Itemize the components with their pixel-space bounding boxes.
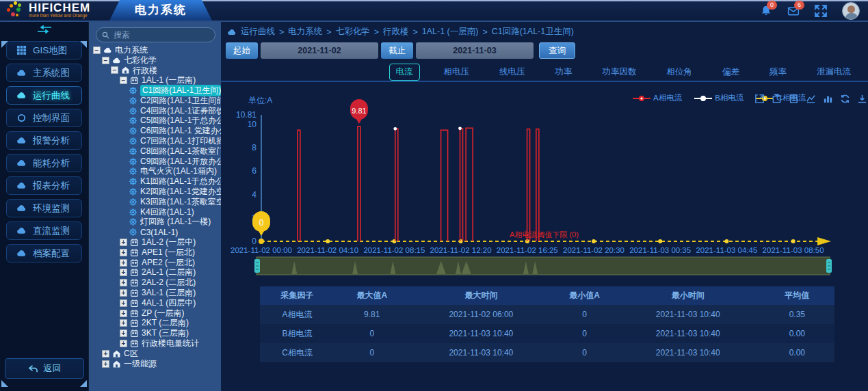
expand-icon[interactable]: + xyxy=(120,319,127,327)
tree-node[interactable]: C3(1AL-1) xyxy=(89,227,221,237)
start-date-field[interactable]: 2021-11-02 xyxy=(261,42,378,59)
breadcrumb-item[interactable]: 七彩化学 xyxy=(336,26,370,38)
tree-node[interactable]: +行政楼电量统计 xyxy=(89,338,221,349)
tree-node[interactable]: −电力系统 xyxy=(89,45,221,55)
tree-node[interactable]: +3AL-1 (三层南) xyxy=(89,288,221,298)
back-button[interactable]: 返回 xyxy=(5,358,84,379)
expand-icon[interactable]: + xyxy=(102,350,109,358)
tree-node[interactable]: C4回路(1AL-1证券部饮水 xyxy=(89,106,221,116)
tree-node[interactable]: C8回路(1AL-1茶歇室门前 xyxy=(89,146,221,157)
tree-node[interactable]: K2回路(1AL-1党建办空调 xyxy=(89,187,221,197)
table-row[interactable]: A相电流9.812021-11-02 06:0002021-11-03 10:4… xyxy=(260,305,834,324)
tree-node[interactable]: +2AL-1 (二层南) xyxy=(89,268,221,278)
tree-node[interactable]: C9回路(1AL-1开放办公室 xyxy=(89,157,221,167)
tree-node[interactable]: C6回路(1AL-1 党建办公室 xyxy=(89,126,221,136)
mail-icon[interactable]: 6 xyxy=(787,5,800,17)
series-a-spike xyxy=(298,130,300,241)
tree-search-input[interactable] xyxy=(114,30,202,40)
breadcrumb-item[interactable]: 电力系统 xyxy=(288,26,322,38)
datazoom-slider[interactable] xyxy=(257,257,830,275)
marker-value: 9.81 xyxy=(352,107,366,115)
table-row[interactable]: B相电流02021-11-03 10:4002021-11-03 10:400.… xyxy=(260,324,834,343)
tree-node[interactable]: +APE2 (一层北) xyxy=(89,258,221,268)
expand-icon[interactable]: + xyxy=(120,299,127,307)
tree-node[interactable]: C2回路(1AL-1卫生间前室 xyxy=(89,96,221,106)
sidebar-item-报表分析[interactable]: 报表分析 xyxy=(6,176,82,195)
tree-node[interactable]: +APE1 (一层北) xyxy=(89,247,221,258)
tree-node[interactable]: +3KT (三层南) xyxy=(89,328,221,338)
sidebar-item-报警分析[interactable]: 报警分析 xyxy=(6,131,82,150)
tree-node[interactable]: +一级能源 xyxy=(89,359,221,369)
expand-icon[interactable]: + xyxy=(102,360,109,368)
collapse-icon[interactable]: − xyxy=(111,66,118,74)
breadcrumb-item[interactable]: 行政楼 xyxy=(383,26,409,38)
user-avatar[interactable] xyxy=(842,2,860,20)
expand-icon[interactable]: + xyxy=(120,249,127,256)
tree-node[interactable]: +ZP (一层南) xyxy=(89,308,221,319)
collapse-icon[interactable]: − xyxy=(93,46,101,54)
tree-node[interactable]: C5回路(1AL-1于总办公室 xyxy=(89,116,221,126)
sidebar-item-直流监测[interactable]: 直流监测 xyxy=(6,221,82,240)
query-button[interactable]: 查询 xyxy=(539,42,575,59)
date-range-bar: 起始 2021-11-02 截止 2021-11-03 查询 xyxy=(226,42,575,59)
breadcrumb-item[interactable]: C1回路(1AL-1卫生间) xyxy=(492,26,574,38)
tree-node[interactable]: +C区 xyxy=(89,349,221,359)
expand-icon[interactable]: + xyxy=(120,239,127,246)
expand-icon[interactable]: + xyxy=(120,310,127,317)
sidebar-item-运行曲线[interactable]: 运行曲线 xyxy=(6,86,82,105)
tree-node[interactable]: −1AL-1 (一层南) xyxy=(89,75,221,85)
sidebar-item-label: 报表分析 xyxy=(33,180,70,192)
tab-频率[interactable]: 频率 xyxy=(763,64,793,80)
tree-node[interactable]: K1回路(1AL-1于总办公室 xyxy=(89,176,221,187)
expand-icon[interactable]: + xyxy=(120,279,127,286)
end-date-field[interactable]: 2021-11-03 xyxy=(416,42,534,59)
cloud-icon xyxy=(16,68,27,78)
sidebar-item-GIS地图[interactable]: GIS地图 xyxy=(6,41,82,59)
tree-node[interactable]: +4AL-1 (四层中) xyxy=(89,298,221,308)
tree-search[interactable] xyxy=(96,27,215,42)
tree-node[interactable]: 电气火灾(1AL-1箱内) xyxy=(89,167,221,177)
tree-node[interactable]: C1回路(1AL-1卫生间) xyxy=(89,85,221,96)
tree-node[interactable]: +2AL-2 (二层北) xyxy=(89,278,221,288)
table-row[interactable]: C相电流02021-11-03 10:4002021-11-03 10:400.… xyxy=(260,343,834,362)
series-a-spike xyxy=(466,128,473,241)
collapse-icon[interactable]: − xyxy=(102,57,109,64)
sidebar-collapse-icon[interactable] xyxy=(0,22,88,37)
notification-bell-icon[interactable]: 0 xyxy=(760,5,772,17)
expand-icon[interactable]: + xyxy=(120,340,127,347)
tab-偏差[interactable]: 偏差 xyxy=(716,64,746,80)
tab-线电压[interactable]: 线电压 xyxy=(493,64,531,80)
expand-icon[interactable]: + xyxy=(120,329,127,337)
tree-node[interactable]: K3回路(1AL-1茶歇室空调 xyxy=(89,197,221,207)
fullscreen-icon[interactable] xyxy=(815,5,827,17)
tree-node[interactable]: −七彩化学 xyxy=(89,55,221,66)
sidebar-item-环境监测[interactable]: 环境监测 xyxy=(6,199,82,217)
series-a-spike xyxy=(395,129,398,241)
sidebar-item-主系统图[interactable]: 主系统图 xyxy=(6,64,82,82)
sidebar-item-控制界面[interactable]: 控制界面 xyxy=(6,109,82,127)
expand-icon[interactable]: + xyxy=(120,289,127,297)
tree-node[interactable]: +1AL-2 (一层中) xyxy=(89,237,221,247)
tree-node[interactable]: 灯回路 (1AL-1一楼) xyxy=(89,217,221,228)
tree-node[interactable]: −行政楼 xyxy=(89,66,221,76)
sidebar-item-能耗分析[interactable]: 能耗分析 xyxy=(6,154,82,172)
tree-node[interactable]: C7回路(1AL-1打印机插座 xyxy=(89,136,221,146)
top-header: HIFICHEM more than Yellow and Orange 电力系… xyxy=(0,0,868,22)
tab-功率[interactable]: 功率 xyxy=(549,64,579,80)
breadcrumb-item[interactable]: 运行曲线 xyxy=(241,26,275,38)
tree-node[interactable]: +2KT (二层南) xyxy=(89,319,221,329)
tree-node[interactable]: K4回路(1AL-1) xyxy=(89,207,221,217)
box-icon xyxy=(130,299,139,308)
tab-相位角[interactable]: 相位角 xyxy=(661,64,699,80)
tab-相电压[interactable]: 相电压 xyxy=(438,64,476,80)
sidebar-item-档案配置[interactable]: 档案配置 xyxy=(6,244,82,262)
expand-icon[interactable]: + xyxy=(120,269,127,276)
tab-功率因数[interactable]: 功率因数 xyxy=(596,64,643,80)
marker-value: 0 xyxy=(259,218,264,228)
collapse-icon[interactable]: − xyxy=(120,77,127,84)
breadcrumb-separator: > xyxy=(482,27,487,37)
tab-电流[interactable]: 电流 xyxy=(389,64,420,81)
breadcrumb-item[interactable]: 1AL-1 (一层南) xyxy=(422,26,479,38)
expand-icon[interactable]: + xyxy=(120,259,127,267)
tab-泄漏电流[interactable]: 泄漏电流 xyxy=(811,64,857,80)
